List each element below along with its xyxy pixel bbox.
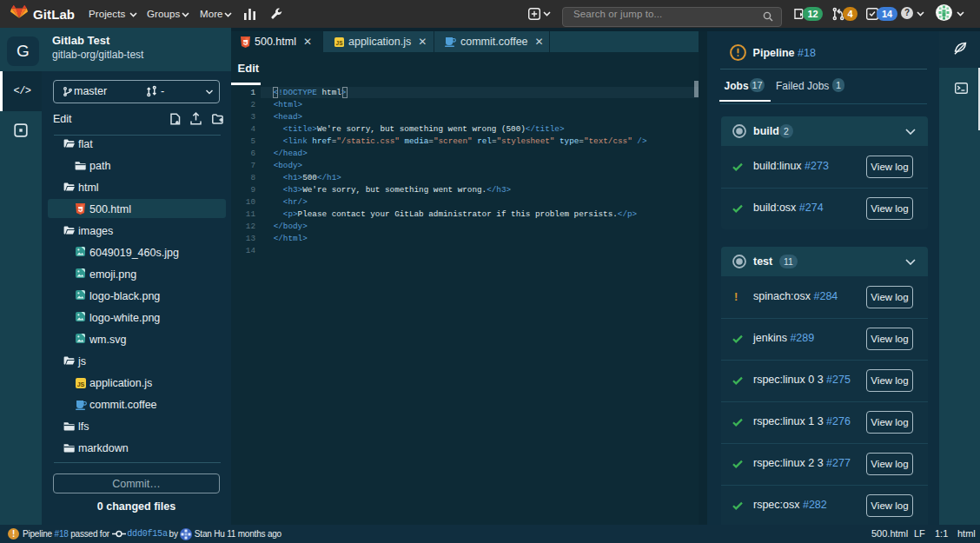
svg-text:JS: JS bbox=[77, 381, 85, 387]
svg-text:?: ? bbox=[904, 8, 910, 17]
svg-text:JS: JS bbox=[336, 39, 344, 45]
